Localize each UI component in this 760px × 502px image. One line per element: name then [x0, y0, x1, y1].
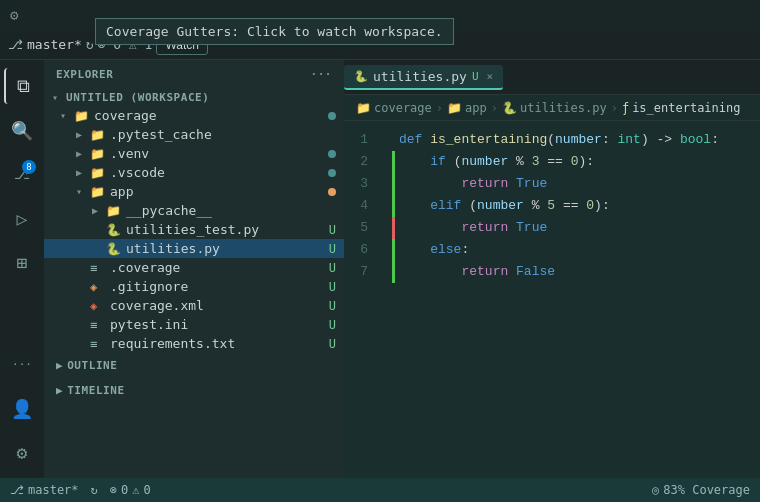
- tab-modified-indicator: U: [472, 70, 479, 83]
- sidebar-more-icon[interactable]: ···: [310, 68, 332, 81]
- outline-section[interactable]: ▶ OUTLINE: [44, 353, 344, 378]
- tab-close-button[interactable]: ×: [487, 70, 494, 83]
- breadcrumb-sep-1: ›: [436, 101, 443, 115]
- status-coverage-text: 83% Coverage: [663, 483, 750, 497]
- gutter-4: [392, 195, 395, 217]
- more-activity-icon[interactable]: ···: [4, 346, 40, 382]
- breadcrumb-file[interactable]: 🐍 utilities.py: [502, 101, 607, 115]
- line-num-5: 5: [344, 217, 376, 239]
- breadcrumb: 📁 coverage › 📁 app › 🐍 utilities.py › ƒ …: [344, 95, 760, 121]
- pycache-arrow: ▶: [92, 205, 106, 216]
- gutter-3: [392, 173, 395, 195]
- status-sync-icon: ↻: [91, 483, 98, 497]
- sync-icon[interactable]: ↻: [86, 37, 94, 52]
- tab-utilities-py[interactable]: 🐍 utilities.py U ×: [344, 65, 503, 90]
- tab-label: utilities.py: [373, 69, 467, 84]
- app-arrow: ▾: [76, 186, 90, 197]
- status-coverage[interactable]: ◎ 83% Coverage: [652, 483, 750, 497]
- sidebar: EXPLORER ··· ▾ UNTITLED (WORKSPACE) ▾ 📁 …: [44, 60, 344, 478]
- breadcrumb-sep-3: ›: [611, 101, 618, 115]
- folder-icon-6: 📁: [106, 204, 122, 218]
- sidebar-item-pytest-ini[interactable]: ▶ ≡ pytest.ini U: [44, 315, 344, 334]
- workspace-name: UNTITLED (WORKSPACE): [66, 91, 209, 104]
- requirements-modified: U: [329, 337, 336, 351]
- utilities-test-label: utilities_test.py: [126, 222, 329, 237]
- gear-icon[interactable]: ⚙: [10, 7, 18, 23]
- breadcrumb-coverage[interactable]: 📁 coverage: [356, 101, 432, 115]
- status-branch[interactable]: ⎇ master*: [10, 483, 79, 497]
- vscode-dot: [328, 169, 336, 177]
- sidebar-item-coverage-file[interactable]: ▶ ≡ .coverage U: [44, 258, 344, 277]
- run-activity-icon[interactable]: ▷: [4, 200, 40, 236]
- code-editor[interactable]: 1 2 3 4 5 6 7 def is_entertaining(number…: [344, 121, 760, 478]
- tooltip-popup: Coverage Gutters: Click to watch workspa…: [95, 18, 454, 45]
- sidebar-item-app[interactable]: ▾ 📁 app: [44, 182, 344, 201]
- gutter-6: [392, 239, 395, 261]
- line-num-1: 1: [344, 129, 376, 151]
- status-sync[interactable]: ↻: [91, 483, 98, 497]
- extensions-activity-icon[interactable]: ⊞: [4, 244, 40, 280]
- status-warning-icon: ⚠: [132, 483, 139, 497]
- coverage-xml-icon: ◈: [90, 299, 106, 313]
- sidebar-item-pytest-cache[interactable]: ▶ 📁 .pytest_cache: [44, 125, 344, 144]
- source-control-activity-icon[interactable]: ⎇ 8: [4, 156, 40, 192]
- workspace-label[interactable]: ▾ UNTITLED (WORKSPACE): [44, 89, 344, 106]
- settings-activity-icon[interactable]: ⚙: [4, 434, 40, 470]
- gitignore-label: .gitignore: [110, 279, 329, 294]
- source-control-badge: 8: [22, 160, 36, 174]
- sidebar-item-requirements[interactable]: ▶ ≡ requirements.txt U: [44, 334, 344, 353]
- explorer-activity-icon[interactable]: ⧉: [4, 68, 40, 104]
- account-activity-icon[interactable]: 👤: [4, 390, 40, 426]
- code-content[interactable]: def is_entertaining(number: int) -> bool…: [384, 121, 760, 478]
- sidebar-title: EXPLORER: [56, 68, 113, 81]
- sidebar-item-gitignore[interactable]: ▶ ◈ .gitignore U: [44, 277, 344, 296]
- breadcrumb-app[interactable]: 📁 app: [447, 101, 487, 115]
- sidebar-item-utilities[interactable]: ▶ 🐍 utilities.py U: [44, 239, 344, 258]
- editor-area: 🐍 utilities.py U × 📁 coverage › 📁 app › …: [344, 60, 760, 478]
- sidebar-item-vscode[interactable]: ▶ 📁 .vscode: [44, 163, 344, 182]
- line-num-3: 3: [344, 173, 376, 195]
- breadcrumb-file-icon: 🐍: [502, 101, 517, 115]
- timeline-label: TIMELINE: [67, 384, 124, 397]
- requirements-icon: ≡: [90, 337, 106, 351]
- python-icon-1: 🐍: [106, 223, 122, 237]
- gitignore-icon: ◈: [90, 280, 106, 294]
- sidebar-content: ▾ UNTITLED (WORKSPACE) ▾ 📁 coverage ▶ 📁 …: [44, 89, 344, 478]
- timeline-section[interactable]: ▶ TIMELINE: [44, 378, 344, 403]
- sidebar-item-utilities-test[interactable]: ▶ 🐍 utilities_test.py U: [44, 220, 344, 239]
- python-icon-2: 🐍: [106, 242, 122, 256]
- code-line-7: return False: [392, 261, 760, 283]
- vscode-arrow: ▶: [76, 167, 90, 178]
- coverage-file-label: .coverage: [110, 260, 329, 275]
- status-warning-count: 0: [144, 483, 151, 497]
- search-activity-icon[interactable]: 🔍: [4, 112, 40, 148]
- branch-name[interactable]: master*: [27, 37, 82, 52]
- line-num-6: 6: [344, 239, 376, 261]
- gutter-2: [392, 151, 395, 173]
- sidebar-item-coverage-xml[interactable]: ▶ ◈ coverage.xml U: [44, 296, 344, 315]
- utilities-modified: U: [329, 242, 336, 256]
- app-dot: [328, 188, 336, 196]
- gutter-7: [392, 261, 395, 283]
- sidebar-item-venv[interactable]: ▶ 📁 .venv: [44, 144, 344, 163]
- status-error-count: 0: [121, 483, 128, 497]
- pytest-ini-modified: U: [329, 318, 336, 332]
- branch-icon: ⎇: [8, 37, 23, 52]
- gitignore-modified: U: [329, 280, 336, 294]
- folder-icon-4: 📁: [90, 166, 106, 180]
- sidebar-item-pycache[interactable]: ▶ 📁 __pycache__: [44, 201, 344, 220]
- coverage-file-modified: U: [329, 261, 336, 275]
- code-line-6: else:: [392, 239, 760, 261]
- sidebar-item-coverage[interactable]: ▾ 📁 coverage: [44, 106, 344, 125]
- breadcrumb-function[interactable]: ƒ is_entertaining: [622, 101, 741, 115]
- status-right: ◎ 83% Coverage: [652, 483, 750, 497]
- main-layout: ⧉ 🔍 ⎇ 8 ▷ ⊞ ··· 👤 ⚙ EXPLORER ··· ▾ UNTIT…: [0, 60, 760, 478]
- code-line-1: def is_entertaining(number: int) -> bool…: [392, 129, 760, 151]
- workspace-arrow: ▾: [52, 92, 66, 103]
- breadcrumb-sep-2: ›: [491, 101, 498, 115]
- status-errors[interactable]: ⊗ 0 ⚠ 0: [110, 483, 151, 497]
- requirements-label: requirements.txt: [110, 336, 329, 351]
- coverage-file-icon: ≡: [90, 261, 106, 275]
- line-numbers: 1 2 3 4 5 6 7: [344, 121, 384, 478]
- folder-icon-5: 📁: [90, 185, 106, 199]
